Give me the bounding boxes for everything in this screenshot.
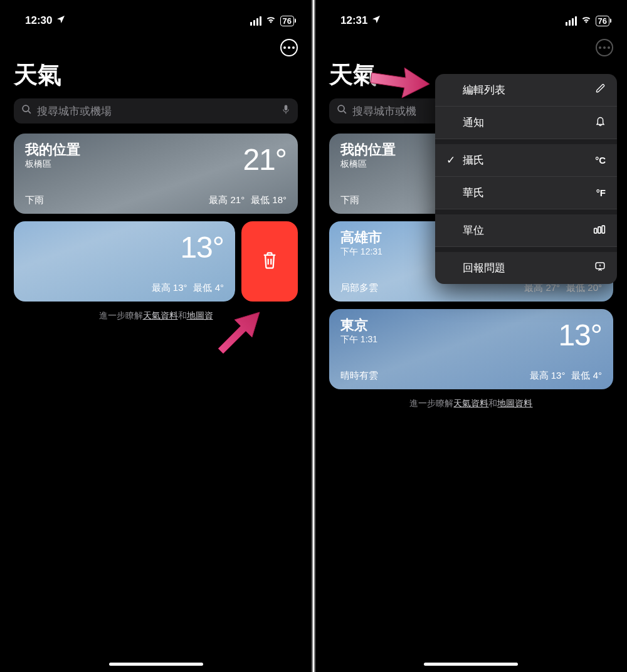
search-icon — [21, 104, 32, 118]
ellipsis-icon — [283, 46, 295, 49]
location-arrow-icon — [371, 14, 381, 28]
wifi-icon — [265, 14, 277, 27]
status-bar: 12:31 76 — [315, 0, 627, 33]
screenshot-left: 12:30 76 天氣 搜尋城市或機場 — [0, 0, 312, 672]
page-title: 天氣 — [0, 56, 312, 98]
more-menu: 編輯列表 通知 ✓攝氏 °C 華氏 °F 單位 回報問題 — [435, 74, 617, 284]
footer-link-map-data[interactable]: 地圖資料 — [497, 398, 532, 408]
home-indicator[interactable] — [109, 663, 203, 666]
ellipsis-icon — [599, 46, 610, 49]
search-placeholder: 搜尋城市或機場 — [37, 104, 277, 118]
checkmark-icon: ✓ — [446, 154, 456, 167]
condition-text: 晴時有雲 — [340, 370, 378, 382]
high-temp: 最高 13° — [530, 370, 566, 382]
battery-icon: 76 — [280, 16, 294, 26]
weather-card-tokyo[interactable]: 東京 下午 1:31 13° 晴時有雲 最高 13° 最低 4° — [329, 309, 613, 389]
mic-icon[interactable] — [282, 104, 290, 118]
status-time: 12:31 — [340, 14, 367, 27]
footer-link-weather-data[interactable]: 天氣資料 — [143, 310, 178, 320]
high-temp: 最高 21° — [209, 194, 245, 206]
condition-text: 下雨 — [340, 194, 359, 206]
report-icon — [594, 261, 606, 275]
location-title: 東京 — [340, 318, 377, 333]
footer-note: 進一步瞭解天氣資料和地圖資料 — [329, 398, 613, 409]
location-subtitle: 板橋區 — [340, 159, 396, 170]
battery-icon: 76 — [596, 16, 609, 26]
screenshot-right: 12:31 76 天氣 搜尋城市或機 我 — [315, 0, 627, 672]
condition-text: 局部多雲 — [340, 282, 378, 294]
location-title: 高雄市 — [340, 230, 382, 245]
svg-rect-4 — [598, 226, 601, 233]
celsius-symbol: °C — [595, 155, 606, 165]
location-title: 我的位置 — [340, 142, 396, 157]
low-temp: 最低 4° — [571, 370, 602, 382]
footer-link-weather-data[interactable]: 天氣資料 — [453, 398, 488, 408]
temperature: 13° — [180, 230, 224, 265]
search-icon — [337, 104, 347, 118]
annotation-arrow — [213, 308, 266, 354]
pencil-icon — [596, 83, 606, 97]
condition-text: 下雨 — [25, 194, 44, 206]
annotation-arrow — [369, 59, 432, 102]
location-subtitle: 板橋區 — [25, 159, 80, 170]
bell-icon — [595, 115, 606, 130]
home-indicator[interactable] — [424, 663, 518, 666]
search-input[interactable]: 搜尋城市或機場 — [14, 98, 298, 123]
location-title: 我的位置 — [25, 142, 80, 157]
status-time: 12:30 — [25, 14, 52, 27]
menu-item-fahrenheit[interactable]: 華氏 °F — [435, 177, 617, 209]
location-subtitle: 下午 12:31 — [340, 246, 382, 258]
footer-link-map-data[interactable]: 地圖資 — [187, 310, 213, 320]
location-subtitle: 下午 1:31 — [340, 334, 377, 345]
low-temp: 最低 4° — [193, 282, 224, 294]
delete-button[interactable] — [241, 221, 298, 302]
fahrenheit-symbol: °F — [596, 187, 606, 198]
svg-point-0 — [23, 105, 29, 112]
temperature: 13° — [558, 318, 602, 352]
svg-rect-3 — [594, 228, 597, 233]
wifi-icon — [581, 14, 592, 27]
low-temp: 最低 18° — [251, 194, 287, 206]
high-temp: 最高 13° — [152, 282, 187, 294]
location-arrow-icon — [56, 14, 66, 28]
menu-item-units[interactable]: 單位 — [435, 214, 617, 247]
more-button[interactable] — [596, 39, 613, 56]
units-icon — [593, 224, 606, 237]
temperature: 21° — [243, 142, 287, 177]
weather-card-swiped[interactable]: 13° 最高 13° 最低 4° — [14, 221, 235, 302]
cellular-icon — [250, 16, 261, 26]
cellular-icon — [566, 16, 577, 26]
svg-rect-1 — [285, 105, 288, 110]
menu-item-report-issue[interactable]: 回報問題 — [435, 252, 617, 284]
weather-card-my-location[interactable]: 我的位置 板橋區 21° 下雨 最高 21° 最低 18° — [14, 134, 298, 214]
svg-rect-5 — [602, 226, 604, 233]
svg-point-2 — [338, 105, 344, 112]
trash-icon — [261, 251, 278, 272]
status-bar: 12:30 76 — [0, 0, 312, 33]
menu-item-edit-list[interactable]: 編輯列表 — [435, 74, 617, 107]
more-button[interactable] — [280, 39, 298, 56]
menu-item-celsius[interactable]: ✓攝氏 °C — [435, 144, 617, 177]
menu-item-notifications[interactable]: 通知 — [435, 107, 617, 139]
